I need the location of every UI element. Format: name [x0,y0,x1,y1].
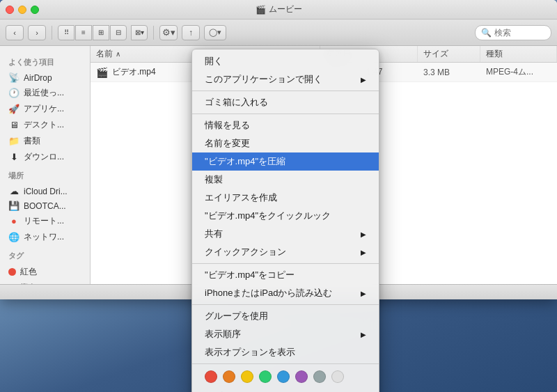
red-tag-dot [8,268,16,276]
cm-trash[interactable]: ゴミ箱に入れる [192,93,379,111]
sidebar-item-label: ダウンロ... [24,151,64,163]
cm-copy[interactable]: "ビデオ.mp4"をコピー [192,266,379,284]
cm-duplicate[interactable]: 複製 [192,171,379,189]
sidebar-item-label: iCloud Dri... [24,187,68,196]
remote-icon: ● [8,216,19,226]
toolbar-separator-2 [153,26,154,40]
view-mode-group: ⠿ ≡ ⊞ ⊟ [58,25,127,40]
apps-icon: 🚀 [8,104,19,114]
col-kind[interactable]: 種類 [480,46,557,62]
sidebar-item-icloud[interactable]: ☁ iCloud Dri... [0,184,90,198]
sidebar-item-apps[interactable]: 🚀 アプリケ... [0,101,90,117]
sidebar-item-recents[interactable]: 🕐 最近使っ... [0,85,90,101]
desktop-icon: 🖥 [8,120,19,130]
sidebar-item-label: ネットワ... [24,231,64,243]
sidebar-item-network[interactable]: 🌐 ネットワ... [0,229,90,245]
sidebar-item-downloads[interactable]: ⬇ ダウンロ... [0,149,90,165]
cm-sep-1 [192,91,379,91]
back-button[interactable]: ‹ [6,25,24,40]
cm-open[interactable]: 開く [192,52,379,70]
layout-button[interactable]: ⊠▾ [131,25,148,40]
sidebar-item-label: デスクト... [24,119,64,131]
file-kind-cell: MPEG-4ム... [480,63,557,81]
layout-group: ⊠▾ [131,25,148,40]
color-dot-purple[interactable] [295,370,308,383]
cm-quicklook[interactable]: "ビデオ.mp4"をクイックルック [192,207,379,225]
color-dot-yellow[interactable] [241,370,253,383]
color-dot-gray[interactable] [313,370,326,383]
cm-tag[interactable]: タグ... [192,387,379,392]
file-size-cell: 3.3 MB [418,63,480,81]
settings-button[interactable]: ⚙▾ [159,25,178,40]
cm-rename[interactable]: 名前を変更 [192,134,379,152]
view-gallery-button[interactable]: ⊟ [110,25,127,40]
color-dot-orange[interactable] [223,370,235,383]
color-dot-green[interactable] [259,370,272,383]
sidebar-item-docs[interactable]: 📁 書類 [0,133,90,149]
sidebar-item-label: アプリケ... [24,103,64,115]
submenu-arrow-sort-icon: ▶ [361,331,366,338]
sidebar-item-label: BOOTCA... [24,201,66,211]
color-dot-blue[interactable] [277,370,290,383]
share-button[interactable]: ↑ [182,25,200,40]
sidebar-item-tag-red[interactable]: 紅色 [0,264,90,280]
tags-label: タグ [0,245,90,264]
window-title: 🎬 ムービー [256,3,302,15]
context-menu: 開く このアプリケーションで開く ▶ ゴミ箱に入れる 情報を見る 名前を変更 "… [191,49,379,392]
submenu-arrow-import-icon: ▶ [361,290,366,297]
sidebar-item-label: 書類 [24,135,40,147]
bootcamp-icon: 💾 [8,201,19,211]
view-icon-button[interactable]: ⠿ [58,25,74,40]
sidebar-item-label: リモート... [24,215,64,227]
docs-icon: 📁 [8,136,19,146]
recents-icon: 🕐 [8,88,19,98]
sidebar-item-bootcamp[interactable]: 💾 BOOTCA... [0,198,90,213]
view-column-button[interactable]: ⊞ [93,25,109,40]
cm-import[interactable]: iPhoneまたはiPadから読み込む ▶ [192,284,379,302]
cm-sep-3 [192,263,379,264]
cm-share[interactable]: 共有 ▶ [192,225,379,243]
cm-info[interactable]: 情報を見る [192,116,379,134]
col-size[interactable]: サイズ [418,46,480,62]
maximize-button[interactable] [31,6,39,14]
cm-sort[interactable]: 表示順序 ▶ [192,325,379,343]
forward-button[interactable]: › [28,25,46,40]
cm-open-with[interactable]: このアプリケーションで開く ▶ [192,70,379,88]
cm-view-options[interactable]: 表示オプションを表示 [192,343,379,361]
network-icon: 🌐 [8,232,19,242]
toolbar-separator-1 [52,26,52,40]
places-label: 場所 [0,165,90,184]
sidebar-item-airdrop[interactable]: 📡 AirDrop [0,70,90,85]
submenu-arrow-share-icon: ▶ [361,230,366,238]
sort-arrow-icon: ∧ [116,50,120,58]
cm-color-dots [192,366,379,387]
cm-quick-actions[interactable]: クイックアクション ▶ [192,243,379,261]
search-box[interactable]: 🔍 [475,25,551,40]
sidebar-item-label: AirDrop [24,73,52,83]
toolbar: ‹ › ⠿ ≡ ⊞ ⊟ ⊠▾ ⚙▾ ↑ ◯▾ 🔍 [0,19,557,46]
sidebar-item-desktop[interactable]: 🖥 デスクト... [0,117,90,133]
title-bar: 🎬 ムービー [0,0,557,19]
cm-sep-4 [192,304,379,305]
cm-sep-2 [192,113,379,114]
search-input[interactable] [494,28,550,38]
color-dot-none[interactable] [331,370,344,383]
sidebar-item-label: 紅色 [20,266,37,278]
sidebar-item-remote[interactable]: ● リモート... [0,213,90,229]
traffic-lights [6,6,39,14]
color-dot-red[interactable] [205,370,217,383]
downloads-icon: ⬇ [8,152,19,162]
icloud-icon: ☁ [8,186,19,196]
cm-group[interactable]: グループを使用 [192,307,379,325]
tag-button[interactable]: ◯▾ [204,25,226,40]
search-icon: 🔍 [481,28,492,38]
cm-alias[interactable]: エイリアスを作成 [192,189,379,207]
close-button[interactable] [6,6,14,14]
cm-compress[interactable]: "ビデオ.mp4"を圧縮 [192,152,379,171]
view-list-button[interactable]: ≡ [75,25,92,40]
favorites-label: よく使う項目 [0,52,90,70]
submenu-arrow-icon: ▶ [361,76,366,84]
minimize-button[interactable] [18,6,26,14]
submenu-arrow-qa-icon: ▶ [361,249,366,256]
file-type-icon: 🎬 [96,67,108,78]
